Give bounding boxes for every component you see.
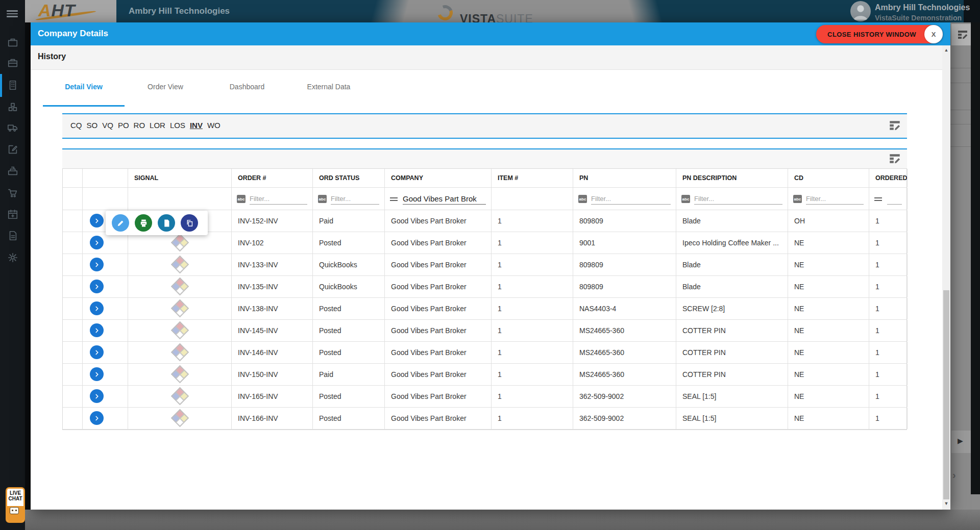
cell-ordered: 1	[869, 232, 908, 254]
col-header-actions[interactable]	[83, 169, 128, 187]
table-row[interactable]: INV-165-INVPostedGood Vibes Part Broker1…	[63, 386, 906, 408]
close-history-button[interactable]: CLOSE HISTORY WINDOW	[816, 25, 943, 43]
col-header-pn[interactable]: PN	[573, 169, 676, 187]
live-chat-widget[interactable]: LIVE CHAT	[6, 487, 25, 523]
menu-icon[interactable]	[7, 10, 18, 17]
doc-type-cq[interactable]: CQ	[70, 121, 82, 130]
table-row[interactable]: INV-133-INVQuickBooksGood Vibes Part Bro…	[63, 254, 906, 276]
edit-note-icon[interactable]	[7, 144, 18, 155]
expand-row-button[interactable]	[90, 345, 104, 359]
filter-input-status[interactable]: abcFilter...	[318, 192, 379, 206]
copy-button[interactable]	[181, 214, 198, 232]
edit-button[interactable]	[112, 214, 129, 232]
print-button[interactable]	[135, 214, 152, 232]
tab-external-data[interactable]: External Data	[288, 70, 370, 107]
table-row[interactable]: INV-102PostedGood Vibes Part Broker19001…	[63, 232, 906, 254]
grid-edit-icon[interactable]	[888, 152, 904, 167]
filter-placeholder[interactable]: Filter...	[331, 193, 379, 205]
filter-input-company[interactable]: Good Vibes Part Brok	[390, 192, 486, 206]
cell-pn: MS24665-360	[573, 364, 676, 385]
filter-placeholder[interactable]: Filter...	[250, 193, 307, 205]
col-header-item[interactable]: ITEM #	[492, 169, 573, 187]
abc-filter-icon[interactable]: abc	[318, 195, 327, 203]
cell-status: Posted	[313, 386, 385, 407]
tab-detail-view[interactable]: Detail View	[43, 70, 125, 107]
cubes-icon[interactable]	[7, 102, 18, 113]
filter-input-pndesc[interactable]: abcFilter...	[681, 192, 782, 206]
filter-placeholder[interactable]: Filter...	[806, 193, 864, 205]
modal-scrollbar[interactable]	[942, 45, 950, 510]
table-row[interactable]: INV-135-INVQuickBooksGood Vibes Part Bro…	[63, 276, 906, 298]
expand-row-button[interactable]	[90, 236, 104, 249]
abc-filter-icon[interactable]: abc	[578, 195, 587, 203]
filter-placeholder[interactable]: Filter...	[694, 193, 782, 205]
user-avatar[interactable]	[850, 1, 871, 21]
doc-type-po[interactable]: PO	[118, 121, 129, 130]
table-row[interactable]: INV-138-INVPostedGood Vibes Part Broker1…	[63, 298, 906, 320]
filter-value[interactable]	[887, 193, 902, 205]
col-header-order[interactable]: ORDER #	[232, 169, 313, 187]
abc-filter-icon[interactable]: abc	[793, 195, 802, 203]
col-header-pndesc[interactable]: PN DESCRIPTION	[676, 169, 788, 187]
modal-scrollbar-thumb[interactable]	[943, 290, 949, 499]
building-icon[interactable]	[7, 80, 18, 91]
expand-row-button[interactable]	[90, 280, 104, 293]
table-edit-icon[interactable]	[888, 119, 904, 134]
filter-input-order[interactable]: abcFilter...	[237, 192, 307, 206]
document-button[interactable]	[158, 214, 175, 232]
filter-value[interactable]: Good Vibes Part Brok	[403, 193, 486, 205]
cell-pn: 362-509-9002	[573, 386, 676, 407]
gear-icon[interactable]	[7, 252, 18, 263]
abc-filter-icon[interactable]: abc	[237, 195, 246, 203]
table-row[interactable]: INV-150-INVPaidGood Vibes Part Broker1MS…	[63, 364, 906, 386]
close-x-button[interactable]: X	[924, 25, 943, 43]
tab-order-view[interactable]: Order View	[125, 70, 206, 107]
scroll-up-icon[interactable]: ▲	[943, 47, 949, 53]
shopping-cart-icon[interactable]	[7, 187, 18, 198]
person-icon	[850, 1, 871, 21]
table-row[interactable]: INV-145-INVPostedGood Vibes Part Broker1…	[63, 320, 906, 342]
col-header-expander[interactable]	[63, 169, 83, 187]
table-row[interactable]: INV-146-INVPostedGood Vibes Part Broker1…	[63, 342, 906, 364]
hazard-diamond-icon	[170, 299, 188, 317]
document-icon[interactable]	[7, 230, 18, 241]
abc-filter-icon[interactable]: abc	[681, 195, 690, 203]
doc-type-los[interactable]: LOS	[170, 121, 185, 130]
col-header-ordered[interactable]: ORDERED	[869, 169, 908, 187]
doc-type-vq[interactable]: VQ	[102, 121, 113, 130]
col-header-cd[interactable]: CD	[788, 169, 869, 187]
equals-filter-icon[interactable]	[874, 196, 882, 203]
doc-type-ro[interactable]: RO	[134, 121, 145, 130]
col-header-signal[interactable]: SIGNAL	[128, 169, 232, 187]
filter-input-cd[interactable]: abcFilter...	[793, 192, 864, 206]
expand-row-button[interactable]	[90, 301, 104, 315]
briefcase-alt-icon[interactable]	[7, 57, 18, 68]
cell-expander	[63, 364, 83, 385]
doc-type-lor[interactable]: LOR	[150, 121, 165, 130]
doc-type-inv[interactable]: INV	[190, 121, 203, 130]
cell-expander	[63, 320, 83, 341]
doc-type-so[interactable]: SO	[87, 121, 98, 130]
tab-dashboard[interactable]: Dashboard	[206, 70, 288, 107]
cash-register-icon[interactable]	[7, 165, 18, 176]
expand-row-button[interactable]	[90, 367, 104, 381]
briefcase-icon[interactable]	[7, 37, 18, 48]
equals-filter-icon[interactable]	[390, 196, 398, 203]
expand-row-button[interactable]	[90, 258, 104, 271]
filter-placeholder[interactable]: Filter...	[591, 193, 671, 205]
truck-icon[interactable]	[7, 122, 18, 133]
expand-row-button[interactable]	[90, 411, 104, 425]
table-row[interactable]: INV-166-INVPostedGood Vibes Part Broker1…	[63, 408, 906, 430]
filter-input-pn[interactable]: abcFilter...	[578, 192, 671, 206]
filter-cell-expander	[63, 188, 83, 210]
scroll-down-icon[interactable]: ▼	[943, 501, 949, 506]
filter-input-ordered[interactable]	[874, 192, 902, 206]
background-play-icon: ▶	[958, 437, 963, 445]
doc-type-wo[interactable]: WO	[207, 121, 220, 130]
col-header-status[interactable]: ORD STATUS	[313, 169, 385, 187]
col-header-company[interactable]: COMPANY	[385, 169, 492, 187]
expand-row-button[interactable]	[90, 389, 104, 403]
expand-row-button[interactable]	[90, 323, 104, 337]
calendar-plus-icon[interactable]	[7, 209, 18, 220]
expand-row-button[interactable]	[90, 214, 104, 228]
